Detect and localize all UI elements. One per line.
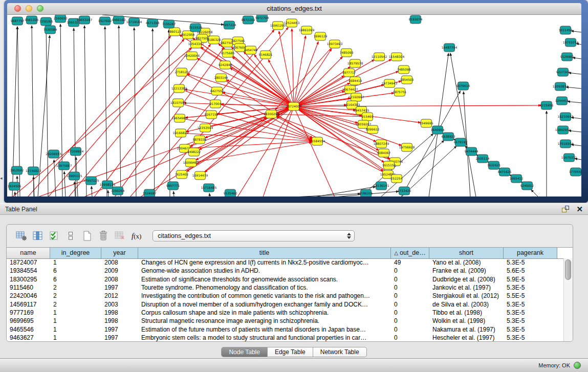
cell-title[interactable]: Estimation of significance thresholds fo… bbox=[138, 276, 391, 283]
network-node[interactable]: 1244415 bbox=[555, 97, 569, 105]
network-edge[interactable] bbox=[64, 171, 66, 196]
network-edge[interactable] bbox=[531, 190, 538, 196]
network-edge[interactable] bbox=[140, 106, 294, 196]
cell-year[interactable]: 1998 bbox=[101, 309, 138, 316]
network-edge[interactable] bbox=[153, 29, 155, 196]
network-node[interactable]: 8193074 bbox=[409, 15, 423, 24]
network-edge[interactable] bbox=[60, 24, 62, 196]
network-node[interactable]: 19751074 bbox=[563, 38, 579, 47]
network-node[interactable]: 1549695 bbox=[420, 119, 433, 127]
cell-in_degree[interactable]: 1 bbox=[50, 334, 101, 341]
network-node[interactable]: 1924506 bbox=[8, 182, 21, 190]
cell-out_degree[interactable]: 0 bbox=[391, 292, 429, 299]
network-node[interactable]: 18300295 bbox=[264, 110, 279, 118]
network-edge[interactable] bbox=[187, 74, 294, 106]
network-node[interactable]: 8878334 bbox=[193, 136, 207, 144]
cell-year[interactable]: 2008 bbox=[101, 259, 138, 266]
network-node[interactable]: 9687757 bbox=[11, 17, 25, 25]
network-node[interactable]: 15892971 bbox=[555, 126, 571, 134]
cell-name[interactable]: 9465546 bbox=[7, 326, 50, 333]
cell-out_degree[interactable]: 49 bbox=[391, 259, 429, 266]
cell-pagerank[interactable]: 5.5E-5 bbox=[504, 292, 557, 299]
table-row[interactable]: 977716911998Corpus callosum shape and si… bbox=[7, 309, 564, 317]
cell-title[interactable]: Estimation of the future numbers of pati… bbox=[138, 326, 391, 333]
network-node[interactable]: 17359924 bbox=[68, 147, 84, 156]
network-node[interactable]: 10719184 bbox=[126, 18, 142, 26]
network-node[interactable]: 19654985 bbox=[172, 114, 188, 122]
cell-year[interactable]: 2003 bbox=[101, 301, 138, 308]
network-edge[interactable] bbox=[15, 192, 15, 196]
network-edge[interactable] bbox=[169, 30, 170, 196]
cell-name[interactable]: 22420046 bbox=[7, 292, 50, 299]
float-panel-icon[interactable] bbox=[562, 206, 569, 212]
table-row[interactable]: 969969511998Structural magnetic resonanc… bbox=[7, 317, 564, 325]
cell-in_degree[interactable]: 1 bbox=[50, 309, 101, 316]
network-node[interactable]: 6679197 bbox=[454, 138, 468, 146]
column-header-title[interactable]: title bbox=[138, 248, 391, 258]
network-node[interactable]: 19756928 bbox=[399, 143, 415, 151]
network-node[interactable]: 1011458 bbox=[559, 26, 573, 34]
network-node[interactable]: 12524453 bbox=[284, 19, 300, 27]
table-row[interactable]: 946554611997Estimation of the future num… bbox=[7, 325, 564, 333]
network-node[interactable]: 7250264 bbox=[111, 187, 125, 195]
network-node[interactable]: 12353594 bbox=[198, 124, 213, 132]
network-node[interactable]: 1065412 bbox=[510, 174, 524, 183]
network-node[interactable]: 18724007 bbox=[286, 102, 302, 111]
create-column-icon[interactable] bbox=[80, 230, 94, 242]
network-node[interactable]: 4671358 bbox=[146, 19, 160, 27]
network-node[interactable]: 1770558 bbox=[569, 168, 581, 176]
network-canvas[interactable]: 1872400718300295155845549860123891295418… bbox=[7, 15, 581, 196]
cell-pagerank[interactable]: 5.3E-5 bbox=[504, 259, 557, 266]
network-edge[interactable] bbox=[28, 36, 171, 196]
table-mode-icon[interactable] bbox=[15, 230, 28, 242]
cell-short[interactable]: Nakamura et al. (1997) bbox=[429, 326, 504, 333]
network-node[interactable]: 9129960 bbox=[560, 53, 574, 61]
cell-pagerank[interactable]: 5.3E-5 bbox=[504, 284, 557, 291]
network-node[interactable]: 12213389 bbox=[171, 84, 187, 93]
network-node[interactable]: 1640954 bbox=[431, 126, 445, 134]
network-node[interactable]: 19734943 bbox=[382, 79, 398, 87]
tab-network-table[interactable]: Network Table bbox=[313, 347, 367, 357]
network-node[interactable]: 10975887 bbox=[56, 162, 72, 170]
cell-year[interactable]: 2012 bbox=[101, 292, 138, 299]
network-node[interactable]: 915469 bbox=[362, 113, 374, 121]
network-node[interactable]: 22420046 bbox=[184, 52, 200, 60]
cell-in_degree[interactable]: 1 bbox=[50, 317, 101, 324]
network-node[interactable]: 10543342 bbox=[188, 40, 204, 48]
delete-column-icon[interactable] bbox=[97, 230, 110, 242]
network-node[interactable]: 9227343 bbox=[556, 68, 570, 76]
network-node[interactable]: 19166829 bbox=[173, 129, 189, 137]
cell-out_degree[interactable]: 0 bbox=[391, 301, 429, 308]
network-node[interactable]: 1854503 bbox=[400, 76, 414, 84]
network-edge[interactable] bbox=[134, 28, 136, 196]
network-node[interactable]: 16099469 bbox=[183, 159, 199, 167]
memory-status-icon[interactable] bbox=[574, 362, 581, 369]
column-header-out_de[interactable]: △out_de… bbox=[391, 248, 429, 258]
vertical-scrollbar[interactable] bbox=[563, 258, 573, 341]
cell-name[interactable]: 9699695 bbox=[7, 317, 50, 324]
cell-name[interactable]: 18724007 bbox=[7, 259, 50, 266]
network-node[interactable]: 6938923 bbox=[442, 133, 455, 141]
network-node[interactable]: 10973493 bbox=[327, 40, 343, 48]
network-node[interactable]: 1875751 bbox=[393, 88, 407, 96]
close-window-icon[interactable] bbox=[14, 5, 21, 12]
function-builder-icon[interactable]: f(x) bbox=[132, 232, 141, 240]
network-node[interactable]: 7155267 bbox=[162, 20, 176, 28]
cell-out_degree[interactable]: 0 bbox=[391, 284, 429, 291]
network-node[interactable]: 9474444 bbox=[465, 147, 478, 156]
cell-in_degree[interactable]: 2 bbox=[50, 292, 101, 299]
network-node[interactable]: 12160997 bbox=[349, 93, 364, 101]
network-edge[interactable] bbox=[294, 194, 360, 197]
network-node[interactable]: 12110542 bbox=[372, 53, 387, 61]
network-node[interactable]: 15136141 bbox=[374, 182, 389, 190]
network-edge[interactable] bbox=[294, 106, 335, 196]
close-panel-icon[interactable]: ✕ bbox=[576, 206, 583, 213]
network-node[interactable]: 17016504 bbox=[558, 140, 574, 148]
network-edge[interactable] bbox=[185, 90, 294, 106]
column-header-year[interactable]: year bbox=[101, 248, 138, 258]
network-node[interactable]: 7957224 bbox=[223, 21, 236, 29]
network-node[interactable]: 15716485 bbox=[201, 184, 217, 192]
network-node[interactable]: 1524687 bbox=[143, 189, 157, 196]
network-edge[interactable] bbox=[173, 191, 174, 196]
network-node[interactable]: 1684419 bbox=[349, 77, 362, 85]
